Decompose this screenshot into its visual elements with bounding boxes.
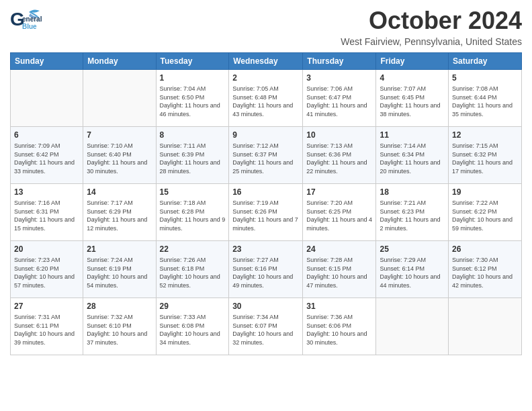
day-info: Sunrise: 7:29 AM Sunset: 6:14 PM Dayligh… [380, 256, 445, 289]
day-info: Sunrise: 7:16 AM Sunset: 6:31 PM Dayligh… [14, 199, 79, 232]
day-info: Sunrise: 7:12 AM Sunset: 6:37 PM Dayligh… [232, 142, 299, 175]
day-info: Sunrise: 7:20 AM Sunset: 6:25 PM Dayligh… [306, 199, 372, 232]
day-info: Sunrise: 7:19 AM Sunset: 6:26 PM Dayligh… [232, 199, 299, 232]
calendar-table: SundayMondayTuesdayWednesdayThursdayFrid… [10, 52, 522, 355]
day-info: Sunrise: 7:27 AM Sunset: 6:16 PM Dayligh… [232, 256, 299, 289]
day-number: 5 [452, 73, 518, 83]
day-number: 15 [160, 187, 226, 197]
day-header-sunday: Sunday [11, 53, 83, 70]
day-info: Sunrise: 7:17 AM Sunset: 6:29 PM Dayligh… [87, 199, 152, 232]
title-section: October 2024 West Fairview, Pennsylvania… [341, 7, 522, 47]
day-info: Sunrise: 7:09 AM Sunset: 6:42 PM Dayligh… [14, 142, 79, 175]
day-info: Sunrise: 7:24 AM Sunset: 6:19 PM Dayligh… [87, 256, 152, 289]
day-info: Sunrise: 7:28 AM Sunset: 6:15 PM Dayligh… [306, 256, 372, 289]
day-info: Sunrise: 7:14 AM Sunset: 6:34 PM Dayligh… [380, 142, 445, 175]
day-header-saturday: Saturday [449, 53, 522, 70]
day-info: Sunrise: 7:11 AM Sunset: 6:39 PM Dayligh… [160, 142, 226, 175]
day-number: 7 [87, 130, 152, 140]
calendar-day-30: 30Sunrise: 7:34 AM Sunset: 6:07 PM Dayli… [229, 298, 303, 355]
day-number: 6 [14, 130, 79, 140]
day-number: 29 [160, 301, 226, 312]
calendar-day-8: 8Sunrise: 7:11 AM Sunset: 6:39 PM Daylig… [156, 127, 229, 184]
day-number: 19 [452, 187, 518, 197]
calendar-day-20: 20Sunrise: 7:23 AM Sunset: 6:20 PM Dayli… [11, 241, 83, 298]
day-info: Sunrise: 7:05 AM Sunset: 6:48 PM Dayligh… [232, 85, 299, 118]
day-number: 26 [452, 244, 518, 255]
calendar-day-27: 27Sunrise: 7:31 AM Sunset: 6:11 PM Dayli… [11, 298, 83, 355]
svg-text:eneral: eneral [22, 15, 42, 23]
day-info: Sunrise: 7:22 AM Sunset: 6:22 PM Dayligh… [452, 199, 518, 232]
day-header-friday: Friday [376, 53, 449, 70]
day-number: 11 [380, 130, 445, 140]
calendar-week-2: 6Sunrise: 7:09 AM Sunset: 6:42 PM Daylig… [11, 127, 522, 184]
calendar-day-16: 16Sunrise: 7:19 AM Sunset: 6:26 PM Dayli… [229, 184, 303, 241]
day-info: Sunrise: 7:31 AM Sunset: 6:11 PM Dayligh… [14, 313, 79, 347]
day-number: 9 [232, 130, 299, 140]
month-title: October 2024 [341, 7, 522, 35]
calendar-day-23: 23Sunrise: 7:27 AM Sunset: 6:16 PM Dayli… [229, 241, 303, 298]
calendar-day-13: 13Sunrise: 7:16 AM Sunset: 6:31 PM Dayli… [11, 184, 83, 241]
day-info: Sunrise: 7:10 AM Sunset: 6:40 PM Dayligh… [87, 142, 152, 175]
day-number: 1 [160, 73, 226, 83]
calendar-week-1: 1Sunrise: 7:04 AM Sunset: 6:50 PM Daylig… [11, 70, 522, 127]
day-info: Sunrise: 7:06 AM Sunset: 6:47 PM Dayligh… [306, 85, 372, 118]
day-number: 25 [380, 244, 445, 255]
day-number: 17 [306, 187, 372, 197]
day-info: Sunrise: 7:23 AM Sunset: 6:20 PM Dayligh… [14, 256, 79, 289]
calendar-header-row: SundayMondayTuesdayWednesdayThursdayFrid… [11, 53, 522, 70]
day-number: 14 [87, 187, 152, 197]
day-info: Sunrise: 7:33 AM Sunset: 6:08 PM Dayligh… [160, 313, 226, 347]
calendar-day-1: 1Sunrise: 7:04 AM Sunset: 6:50 PM Daylig… [156, 70, 229, 127]
day-number: 20 [14, 244, 79, 255]
day-number: 22 [160, 244, 226, 255]
calendar-day-3: 3Sunrise: 7:06 AM Sunset: 6:47 PM Daylig… [303, 70, 376, 127]
calendar-day-5: 5Sunrise: 7:08 AM Sunset: 6:44 PM Daylig… [449, 70, 522, 127]
header: G eneral Blue October 2024 West Fairview… [10, 7, 522, 47]
calendar-day-26: 26Sunrise: 7:30 AM Sunset: 6:12 PM Dayli… [449, 241, 522, 298]
day-header-monday: Monday [83, 53, 156, 70]
calendar-week-3: 13Sunrise: 7:16 AM Sunset: 6:31 PM Dayli… [11, 184, 522, 241]
page: G eneral Blue October 2024 West Fairview… [0, 0, 532, 411]
day-number: 13 [14, 187, 79, 197]
calendar-day-29: 29Sunrise: 7:33 AM Sunset: 6:08 PM Dayli… [156, 298, 229, 355]
calendar-day-19: 19Sunrise: 7:22 AM Sunset: 6:22 PM Dayli… [449, 184, 522, 241]
calendar-day-17: 17Sunrise: 7:20 AM Sunset: 6:25 PM Dayli… [303, 184, 376, 241]
calendar-day-7: 7Sunrise: 7:10 AM Sunset: 6:40 PM Daylig… [83, 127, 156, 184]
day-number: 21 [87, 244, 152, 255]
day-header-thursday: Thursday [303, 53, 376, 70]
day-header-wednesday: Wednesday [229, 53, 303, 70]
calendar-empty-cell [83, 70, 156, 127]
day-info: Sunrise: 7:21 AM Sunset: 6:23 PM Dayligh… [380, 199, 445, 232]
day-number: 4 [380, 73, 445, 83]
calendar-day-11: 11Sunrise: 7:14 AM Sunset: 6:34 PM Dayli… [376, 127, 449, 184]
day-number: 12 [452, 130, 518, 140]
day-number: 30 [232, 301, 299, 312]
day-info: Sunrise: 7:36 AM Sunset: 6:06 PM Dayligh… [306, 313, 372, 347]
calendar-day-14: 14Sunrise: 7:17 AM Sunset: 6:29 PM Dayli… [83, 184, 156, 241]
calendar-day-10: 10Sunrise: 7:13 AM Sunset: 6:36 PM Dayli… [303, 127, 376, 184]
day-number: 16 [232, 187, 299, 197]
day-number: 18 [380, 187, 445, 197]
calendar-empty-cell [376, 298, 449, 355]
calendar-day-9: 9Sunrise: 7:12 AM Sunset: 6:37 PM Daylig… [229, 127, 303, 184]
calendar-empty-cell [11, 70, 83, 127]
day-number: 27 [14, 301, 79, 312]
day-info: Sunrise: 7:04 AM Sunset: 6:50 PM Dayligh… [160, 85, 226, 118]
calendar-day-21: 21Sunrise: 7:24 AM Sunset: 6:19 PM Dayli… [83, 241, 156, 298]
logo: G eneral Blue [10, 7, 44, 36]
day-info: Sunrise: 7:15 AM Sunset: 6:32 PM Dayligh… [452, 142, 518, 175]
calendar-week-5: 27Sunrise: 7:31 AM Sunset: 6:11 PM Dayli… [11, 298, 522, 355]
day-number: 23 [232, 244, 299, 255]
day-number: 28 [87, 301, 152, 312]
calendar-week-4: 20Sunrise: 7:23 AM Sunset: 6:20 PM Dayli… [11, 241, 522, 298]
day-info: Sunrise: 7:13 AM Sunset: 6:36 PM Dayligh… [306, 142, 372, 175]
day-number: 24 [306, 244, 372, 255]
logo-icon: G eneral Blue [10, 7, 44, 36]
day-number: 8 [160, 130, 226, 140]
calendar-day-18: 18Sunrise: 7:21 AM Sunset: 6:23 PM Dayli… [376, 184, 449, 241]
day-info: Sunrise: 7:32 AM Sunset: 6:10 PM Dayligh… [87, 313, 152, 347]
svg-text:Blue: Blue [22, 23, 37, 30]
day-number: 3 [306, 73, 372, 83]
calendar-day-31: 31Sunrise: 7:36 AM Sunset: 6:06 PM Dayli… [303, 298, 376, 355]
day-header-tuesday: Tuesday [156, 53, 229, 70]
